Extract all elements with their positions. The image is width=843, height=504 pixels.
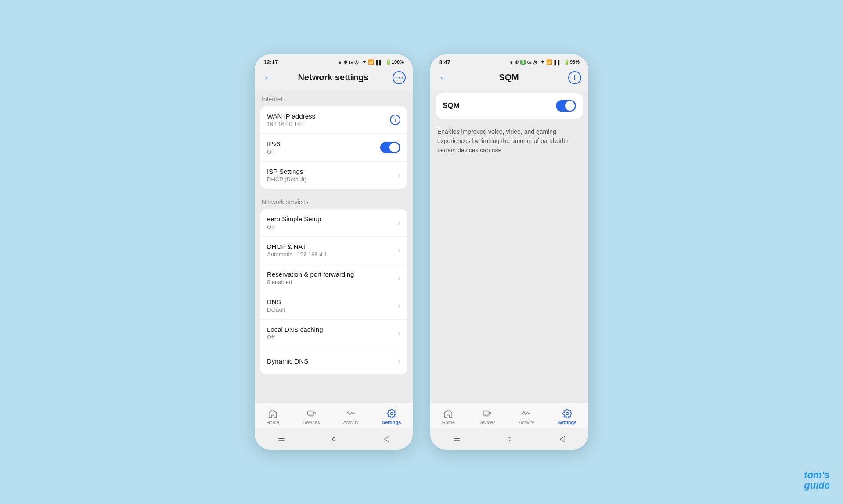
android-back-1[interactable]: ◁: [376, 432, 396, 445]
dhcp-nat-chevron-icon: ›: [398, 246, 400, 255]
status-icons-1: ● ⊕ G ◎ ✦ 📶 ▌▌ 🔋100%: [339, 59, 404, 65]
nav-devices-2[interactable]: Devices: [473, 407, 501, 427]
page-title-1: Network settings: [298, 72, 368, 83]
section-label-internet: Internet: [255, 90, 413, 106]
dns-row[interactable]: DNS Default ›: [260, 292, 407, 320]
android-home-1[interactable]: ○: [325, 432, 344, 445]
nav-settings-1[interactable]: Settings: [377, 407, 406, 427]
isp-subtitle: DHCP (Default): [267, 176, 394, 183]
android-nav-1: ☰ ○ ◁: [255, 428, 413, 450]
dns-subtitle: Default: [267, 306, 394, 313]
sqm-description: Enables improved voice, video, and gamin…: [430, 122, 588, 160]
more-button-1[interactable]: [393, 71, 406, 84]
dns-title: DNS: [267, 298, 394, 306]
phone-sqm: 8:47 ● ⊕ 8 G ◎ ✦ 📶 ▌▌ 🔋93% ← SQM i SQM: [430, 54, 588, 450]
ipv6-title: IPv6: [267, 140, 377, 148]
android-home-2[interactable]: ○: [501, 432, 519, 445]
local-dns-subtitle: Off: [267, 334, 394, 341]
svg-point-1: [399, 77, 400, 78]
nav-home-label-2: Home: [442, 420, 455, 425]
nav-activity-label-2: Activity: [519, 420, 534, 425]
app-header-1: ← Network settings: [255, 67, 413, 90]
android-nav-2: ☰ ○ ◁: [430, 428, 588, 450]
back-button-1[interactable]: ←: [262, 71, 274, 84]
dynamic-dns-chevron-icon: ›: [398, 356, 400, 366]
dhcp-nat-subtitle: Automatic · 192.168.4.1: [267, 251, 394, 258]
content-2: SQM Enables improved voice, video, and g…: [430, 90, 588, 403]
eero-simple-setup-row[interactable]: eero Simple Setup Off ›: [260, 209, 407, 237]
nav-settings-label-2: Settings: [558, 420, 576, 425]
toms-guide-watermark: tom's guide: [804, 470, 830, 491]
local-dns-chevron-icon: ›: [398, 329, 400, 338]
ipv6-subtitle: On: [267, 148, 377, 155]
ipv6-row[interactable]: IPv6 On: [260, 134, 407, 162]
svg-point-4: [313, 412, 315, 414]
bottom-nav-2: Home Devices Activity Settings: [430, 403, 588, 428]
svg-point-8: [566, 412, 569, 415]
wan-ip-subtitle: 192.168.0.148: [267, 121, 386, 127]
svg-rect-3: [308, 411, 313, 415]
status-bar-1: 12:17 ● ⊕ G ◎ ✦ 📶 ▌▌ 🔋100%: [255, 54, 413, 67]
svg-point-7: [489, 412, 491, 414]
back-button-2[interactable]: ←: [437, 71, 450, 84]
status-icons-2: ● ⊕ 8 G ◎ ✦ 📶 ▌▌ 🔋93%: [510, 59, 580, 65]
status-time-2: 8:47: [439, 59, 450, 65]
dynamic-dns-row[interactable]: Dynamic DNS ›: [260, 347, 407, 374]
status-time-1: 12:17: [263, 59, 278, 65]
svg-point-5: [390, 412, 393, 415]
eero-subtitle: Off: [267, 223, 394, 230]
eero-chevron-icon: ›: [398, 218, 400, 227]
eero-title: eero Simple Setup: [267, 215, 394, 223]
isp-chevron-icon: ›: [398, 171, 400, 180]
dhcp-nat-row[interactable]: DHCP & NAT Automatic · 192.168.4.1 ›: [260, 237, 407, 264]
reservation-chevron-icon: ›: [398, 274, 400, 283]
bottom-nav-1: Home Devices Activity Settings: [255, 403, 413, 428]
local-dns-caching-row[interactable]: Local DNS caching Off ›: [260, 320, 407, 347]
wan-ip-row[interactable]: WAN IP address 192.168.0.148 i: [260, 106, 407, 134]
nav-home-2[interactable]: Home: [437, 407, 460, 427]
svg-rect-6: [483, 411, 489, 415]
section-label-network-services: Network services: [255, 192, 413, 209]
nav-settings-label-1: Settings: [382, 420, 401, 425]
svg-point-2: [402, 77, 403, 78]
isp-settings-row[interactable]: ISP Settings DHCP (Default) ›: [260, 162, 407, 189]
nav-activity-label-1: Activity: [343, 420, 359, 425]
ipv6-toggle[interactable]: [380, 142, 400, 153]
nav-settings-2[interactable]: Settings: [552, 407, 582, 427]
dhcp-nat-title: DHCP & NAT: [267, 243, 394, 250]
sqm-toggle-knob: [565, 101, 575, 111]
dns-chevron-icon: ›: [398, 301, 400, 310]
status-bar-2: 8:47 ● ⊕ 8 G ◎ ✦ 📶 ▌▌ 🔋93%: [430, 54, 588, 67]
local-dns-title: Local DNS caching: [267, 326, 394, 333]
card-internet: WAN IP address 192.168.0.148 i IPv6 On: [260, 106, 407, 189]
sqm-card: SQM: [436, 93, 583, 119]
android-menu-1[interactable]: ☰: [271, 432, 292, 445]
nav-home-1[interactable]: Home: [261, 407, 285, 427]
info-button-2[interactable]: i: [568, 71, 581, 84]
isp-title: ISP Settings: [267, 168, 394, 175]
dynamic-dns-title: Dynamic DNS: [267, 357, 394, 365]
android-menu-2[interactable]: ☰: [447, 432, 468, 445]
card-network-services: eero Simple Setup Off › DHCP & NAT Autom…: [260, 209, 407, 374]
ipv6-toggle-knob: [389, 143, 399, 152]
nav-devices-label-1: Devices: [303, 420, 320, 425]
wan-ip-title: WAN IP address: [267, 112, 386, 120]
reservation-title: Reservation & port forwarding: [267, 270, 394, 278]
page-title-2: SQM: [499, 72, 519, 83]
phone-network-settings: 12:17 ● ⊕ G ◎ ✦ 📶 ▌▌ 🔋100% ← Network set…: [255, 54, 413, 450]
nav-devices-label-2: Devices: [478, 420, 495, 425]
content-1: Internet WAN IP address 192.168.0.148 i …: [255, 90, 413, 403]
nav-devices-1[interactable]: Devices: [297, 407, 325, 427]
reservation-port-forwarding-row[interactable]: Reservation & port forwarding 0 enabled …: [260, 264, 407, 292]
nav-activity-2[interactable]: Activity: [514, 407, 540, 427]
wan-ip-info-icon[interactable]: i: [390, 115, 400, 125]
nav-activity-1[interactable]: Activity: [338, 407, 364, 427]
svg-point-0: [396, 77, 397, 78]
android-back-2[interactable]: ◁: [552, 432, 572, 445]
sqm-toggle-label: SQM: [443, 101, 460, 110]
sqm-toggle[interactable]: [556, 100, 576, 112]
reservation-subtitle: 0 enabled: [267, 279, 394, 285]
nav-home-label-1: Home: [267, 420, 279, 425]
app-header-2: ← SQM i: [430, 67, 588, 90]
